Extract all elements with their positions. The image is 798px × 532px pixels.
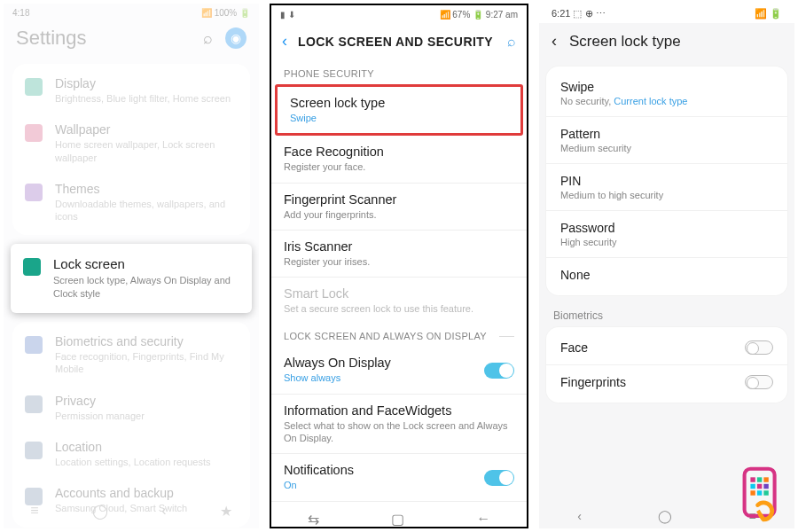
back-icon[interactable]: ‹ (282, 32, 287, 51)
lock-icon (23, 258, 41, 276)
security-list: Screen lock typeSwipeFace RecognitionReg… (271, 84, 527, 324)
item-subtitle: On (284, 479, 354, 491)
toggle-on[interactable] (484, 470, 514, 486)
settings-item[interactable]: Privacy Permission manager (12, 385, 250, 431)
settings-item[interactable]: Display Brightness, Blue light filter, H… (12, 67, 250, 113)
lock-type-item[interactable]: PasswordHigh security (546, 211, 787, 258)
biometrics-list: FaceFingerprints (546, 327, 787, 403)
item-subtitle: Brightness, Blue light filter, Home scre… (55, 92, 231, 105)
status-bar: ▮ ⬇ 📶 67% 🔋 9:27 am (271, 5, 527, 23)
item-title: Wallpaper (55, 122, 238, 137)
section-lockscreen-aod: LOCK SCREEN AND ALWAYS ON DISPLAY (271, 324, 527, 347)
svg-rect-3 (763, 477, 768, 481)
svg-rect-7 (750, 490, 755, 495)
status-time: 4:18 (12, 8, 29, 18)
nav-bar: ≡ ◯ ‹ ★ (4, 494, 259, 528)
status-bar: 4:18 📶 100% 🔋 (4, 4, 259, 21)
lock-type-item[interactable]: PatternMedium security (546, 117, 787, 164)
item-subtitle: Medium security (560, 143, 631, 153)
item-title: Display (55, 76, 231, 90)
settings-item[interactable]: Screen lock typeSwipe (278, 87, 520, 133)
item-subtitle: Medium to high security (560, 190, 663, 200)
recents-icon[interactable]: ≡ (30, 503, 38, 520)
search-icon[interactable]: ⌕ (507, 34, 516, 50)
toggle-off[interactable] (745, 375, 773, 389)
item-icon (25, 124, 43, 142)
header: ‹ LOCK SCREEN AND SECURITY ⌕ (271, 23, 527, 61)
status-bar: 6:21 ⬚ ⊕ ⋯ 📶 🔋 (539, 4, 794, 23)
item-subtitle: Location settings, Location requests (55, 456, 211, 468)
lock-type-item[interactable]: Face (546, 331, 787, 365)
item-title: Information and FaceWidgets (284, 403, 514, 418)
status-icons: ⬚ ⊕ ⋯ (573, 8, 605, 19)
page-title: LOCK SCREEN AND SECURITY (298, 35, 497, 49)
item-subtitle: Swipe (290, 112, 385, 124)
settings-item[interactable]: Iris ScannerRegister your irises. (271, 231, 527, 278)
item-subtitle: Register your face. (284, 160, 384, 173)
settings-item[interactable]: Location Location settings, Location req… (12, 431, 250, 477)
item-icon (25, 395, 43, 413)
settings-item[interactable]: Fingerprint ScannerAdd your fingerprints… (271, 184, 527, 231)
item-subtitle: Register your irises. (284, 255, 370, 268)
sidebar-item-lockscreen[interactable]: Lock screen Screen lock type, Always On … (11, 244, 252, 313)
phone-settings: 4:18 📶 100% 🔋 Settings ⌕ ◉ Display Brigh… (4, 4, 259, 528)
back-icon[interactable]: ‹ (161, 503, 166, 520)
item-subtitle: Set a secure screen lock to use this fea… (284, 302, 473, 315)
item-title: Themes (55, 182, 238, 196)
status-right: 📶 🔋 (755, 8, 782, 20)
settings-item[interactable]: Themes Downloadable themes, wallpapers, … (12, 173, 250, 232)
page-title: Screen lock type (569, 33, 681, 51)
item-title: Password (560, 221, 617, 235)
settings-item[interactable]: Always On DisplayShow always (271, 347, 527, 394)
settings-item[interactable]: Face RecognitionRegister your face. (271, 136, 527, 183)
profile-avatar[interactable]: ◉ (225, 27, 246, 49)
home-icon[interactable]: ▢ (391, 511, 404, 528)
star-icon[interactable]: ★ (220, 503, 232, 520)
settings-item[interactable]: Biometrics and security Face recognition… (12, 325, 250, 385)
recents-icon[interactable]: ⇆ (308, 511, 319, 528)
highlighted-item: Screen lock typeSwipe (275, 84, 523, 136)
item-title: Smart Lock (284, 286, 473, 301)
item-subtitle: Face recognition, Fingerprints, Find My … (55, 350, 238, 376)
svg-rect-5 (757, 484, 762, 489)
lock-type-item[interactable]: SwipeNo security, Current lock type (546, 70, 787, 117)
settings-header: Settings ⌕ ◉ (4, 21, 259, 59)
item-title: Screen lock type (290, 96, 385, 110)
toggle-off[interactable] (745, 340, 773, 355)
nav-bar: ⇆ ▢ ← (271, 501, 527, 528)
home-icon[interactable]: ◯ (92, 503, 108, 520)
item-subtitle: Show always (284, 372, 391, 384)
item-subtitle: Add your fingerprints. (284, 208, 396, 221)
lock-type-list: SwipeNo security, Current lock typePatte… (546, 66, 787, 295)
item-subtitle: Screen lock type, Always On Display and … (53, 274, 239, 301)
item-title: PIN (560, 174, 663, 188)
lock-type-item[interactable]: Fingerprints (546, 365, 787, 399)
item-subtitle: High security (560, 237, 617, 247)
toggle-on[interactable] (484, 363, 514, 379)
back-icon[interactable]: ‹ (552, 32, 557, 51)
lock-type-item[interactable]: None (546, 258, 787, 292)
svg-rect-6 (763, 484, 768, 489)
settings-item: Smart LockSet a secure screen lock to us… (271, 278, 527, 324)
status-left: ▮ ⬇ (280, 10, 295, 20)
home-icon[interactable]: ◯ (658, 509, 672, 523)
back-icon[interactable]: ← (476, 511, 490, 528)
settings-item[interactable]: NotificationsOn (271, 454, 527, 500)
brand-logo (732, 463, 793, 527)
item-title: Location (55, 440, 211, 454)
svg-rect-2 (757, 477, 762, 481)
lock-type-item[interactable]: PINMedium to high security (546, 164, 787, 211)
item-icon (25, 78, 43, 96)
item-title: Notifications (284, 463, 354, 477)
item-title: Pattern (560, 127, 631, 141)
svg-rect-8 (757, 490, 762, 495)
item-title: Always On Display (284, 356, 391, 370)
settings-item[interactable]: Wallpaper Home screen wallpaper, Lock sc… (12, 113, 250, 173)
item-subtitle: Downloadable themes, wallpapers, and ico… (55, 198, 238, 223)
search-icon[interactable]: ⌕ (203, 29, 213, 48)
settings-item[interactable]: Information and FaceWidgetsSelect what t… (271, 395, 527, 455)
item-title: Face (560, 340, 588, 355)
item-icon (25, 336, 43, 354)
back-icon[interactable]: ‹ (577, 509, 582, 523)
item-title: Biometrics and security (55, 334, 238, 348)
